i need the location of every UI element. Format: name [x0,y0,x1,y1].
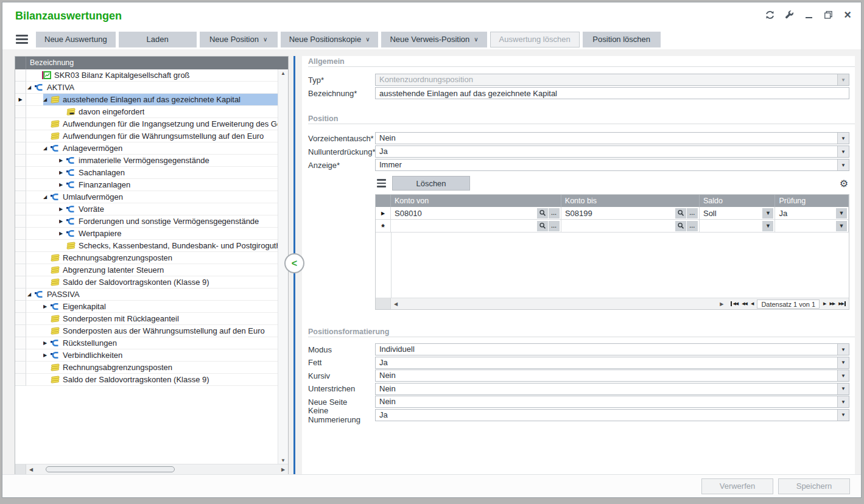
ellipsis-button[interactable]: ... [687,221,698,231]
tree-item-ausstehende-einlagen-auf-das-gezeichnete[interactable]: ▶◢ausstehende Einlagen auf das gezeichne… [15,94,279,106]
dropdown-arrow-icon[interactable]: ▼ [837,383,849,394]
dropdown-arrow-icon[interactable]: ▼ [837,159,849,170]
toolbar-button-neue-auswertung[interactable]: Neue Auswertung [36,32,116,47]
tree-item-verbindlichkeiten[interactable]: ▶Verbindlichkeiten [15,349,279,362]
tree-expanded-icon[interactable]: ◢ [27,292,35,297]
scroll-right-icon[interactable]: ▶ [278,467,288,472]
grid-column-header-konto-von[interactable]: Konto von [391,195,561,207]
tree-item-aufwendungen-für-die-ingangsetzung-und-e[interactable]: Aufwendungen für die Ingangsetzung und E… [15,118,279,130]
tree-item-skr03-bilanz-kapitalgesellschaft-groß[interactable]: SKR03 Bilanz Kapitalgesellschaft groß [15,69,279,82]
tree-item-immaterielle-vermögensgegenstände[interactable]: ▶immaterielle Vermögensgegenstände [15,155,279,167]
tree-expanded-icon[interactable]: ◢ [43,194,51,200]
restore-icon[interactable] [822,9,834,21]
prev-page-button[interactable]: ◀◀ [742,301,747,306]
tree-item-sonderposten-mit-rücklageanteil[interactable]: Sonderposten mit Rücklageanteil [15,313,279,325]
tree-item-saldo-der-saldovortragskonten-klasse-9[interactable]: Saldo der Saldovortragskonten (Klasse 9) [15,276,279,289]
dropdown-arrow-icon[interactable]: ▼ [837,344,849,355]
grid-menu-icon[interactable] [377,179,386,187]
grid-scroll-left-icon[interactable]: ◀ [391,301,401,307]
scroll-up-icon[interactable]: ▲ [278,71,288,76]
tree-collapsed-icon[interactable]: ▶ [59,219,66,224]
gear-icon[interactable]: ⚙ [840,178,848,189]
grid-cell-konto-bis[interactable]: S08199... [561,207,700,219]
grid-scroll-right-icon[interactable]: ▶ [717,301,726,307]
grid-cell-konto-von[interactable]: S08010... [391,207,561,219]
menu-icon[interactable] [16,35,28,44]
tree-horizontal-scrollbar[interactable]: ◀ ▶ [15,464,288,474]
tree-collapsed-icon[interactable]: ▶ [59,170,66,175]
anzeige-dropdown[interactable]: Immer▼ [375,159,849,171]
fett-dropdown[interactable]: Ja▼ [375,357,849,369]
toolbar-button-neue-positionskopie[interactable]: Neue Positionskopie∨ [281,32,379,47]
search-icon[interactable] [537,221,548,231]
grid-cell-saldo[interactable]: Soll▼ [700,207,776,219]
tree-collapsed-icon[interactable]: ▶ [59,231,66,236]
dropdown-arrow-icon[interactable]: ▼ [836,221,847,231]
tree-item-aktiva[interactable]: ◢AKTIVA [15,82,279,94]
grid-new-row[interactable]: *......▼▼ [376,220,849,233]
dropdown-arrow-icon[interactable]: ▼ [837,396,849,407]
minimize-icon[interactable] [803,9,815,21]
tree-collapsed-icon[interactable]: ▶ [59,206,66,212]
toolbar-button-position-löschen[interactable]: Position löschen [583,32,661,47]
tree-item-forderungen-und-sonstige-vermögensgegens[interactable]: ▶Forderungen und sonstige Vermögensgegen… [15,215,279,228]
tree-expanded-icon[interactable]: ◢ [27,85,35,90]
scrollbar-thumb[interactable] [46,466,175,472]
ellipsis-button[interactable]: ... [549,208,560,219]
grid-column-header-konto-bis[interactable]: Konto bis [561,195,700,207]
next-record-button[interactable]: ▶ [823,301,826,306]
refresh-icon[interactable] [764,9,776,21]
dropdown-arrow-icon[interactable]: ▼ [837,370,849,381]
tree-item-sonderposten-aus-der-währungsumstellung-[interactable]: Sonderposten aus der Währungsumstellung … [15,325,279,337]
tree-item-vorräte[interactable]: ▶Vorräte [15,203,279,215]
tree-item-umlaufvermögen[interactable]: ◢Umlaufvermögen [15,191,279,203]
scroll-left-icon[interactable]: ◀ [26,467,36,472]
tree-item-aufwendungen-für-die-währungsumstellung-[interactable]: Aufwendungen für die Währungsumstellung … [15,130,279,142]
modus-dropdown[interactable]: Individuell▼ [375,343,849,355]
tree-collapsed-icon[interactable]: ▶ [59,182,66,187]
collapse-panel-button[interactable]: < [284,253,304,273]
discard-button[interactable]: Verwerfen [701,478,773,494]
tree-item-sachanlagen[interactable]: ▶Sachanlagen [15,167,279,179]
keine-nummerierung-dropdown[interactable]: Ja▼ [375,409,849,421]
ellipsis-button[interactable]: ... [549,221,560,231]
toolbar-button-neue-position[interactable]: Neue Position∨ [200,32,278,47]
next-page-button[interactable]: ▶▶ [829,301,835,306]
tree-item-passiva[interactable]: ◢PASSIVA [15,289,279,301]
tree-item-saldo-der-saldovortragskonten-klasse-9[interactable]: Saldo der Saldovortragskonten (Klasse 9) [15,374,279,386]
toolbar-button-laden[interactable]: Laden [119,32,197,47]
tree-item-rechnungsabgrenzungsposten[interactable]: Rechnungsabgrenzungsposten [15,252,279,264]
dropdown-arrow-icon[interactable]: ▼ [837,357,849,368]
tree-collapsed-icon[interactable]: ▶ [43,304,51,309]
nullunterdrückung-dropdown[interactable]: Ja▼ [375,145,849,158]
dropdown-arrow-icon[interactable]: ▼ [762,221,773,231]
save-button[interactable]: Speichern [778,478,850,494]
tree-collapsed-icon[interactable]: ▶ [43,340,51,346]
prev-record-button[interactable]: ◀ [751,301,753,306]
dropdown-arrow-icon[interactable]: ▼ [836,208,847,219]
grid-cell-konto-bis[interactable]: ... [561,220,700,232]
tree-expanded-icon[interactable]: ◢ [43,97,51,102]
dropdown-arrow-icon[interactable]: ▼ [837,410,849,421]
dropdown-arrow-icon[interactable]: ▼ [837,146,849,157]
last-record-button[interactable]: ▶▶ [838,301,846,306]
tree-item-anlagevermögen[interactable]: ◢Anlagevermögen [15,142,279,155]
grid-column-header-saldo[interactable]: Saldo [700,195,776,207]
search-icon[interactable] [537,208,548,219]
toolbar-button-neue-verweis-position[interactable]: Neue Verweis-Position∨ [381,32,486,47]
grid-data-row[interactable]: ▶S08010...S08199...Soll▼Ja▼ [376,207,849,220]
ellipsis-button[interactable]: ... [687,208,698,219]
tree-item-schecks-kassenbestand-bundesbank-und-pos[interactable]: Schecks, Kassenbestand, Bundesbank- und … [15,240,279,252]
search-icon[interactable] [675,221,686,231]
tree-collapsed-icon[interactable]: ▶ [43,352,51,358]
first-record-button[interactable]: ◀◀ [730,301,738,306]
grid-cell-pruefung[interactable]: Ja▼ [775,207,849,219]
close-icon[interactable]: × [841,9,854,21]
bezeichnung-input[interactable] [375,87,849,99]
scrollbar-track[interactable] [36,464,278,474]
grid-delete-button[interactable]: Löschen [392,176,470,191]
wrench-icon[interactable] [783,9,795,21]
search-icon[interactable] [675,208,686,219]
tree-expanded-icon[interactable]: ◢ [43,145,51,151]
vorzeichentausch-dropdown[interactable]: Nein▼ [375,132,849,144]
